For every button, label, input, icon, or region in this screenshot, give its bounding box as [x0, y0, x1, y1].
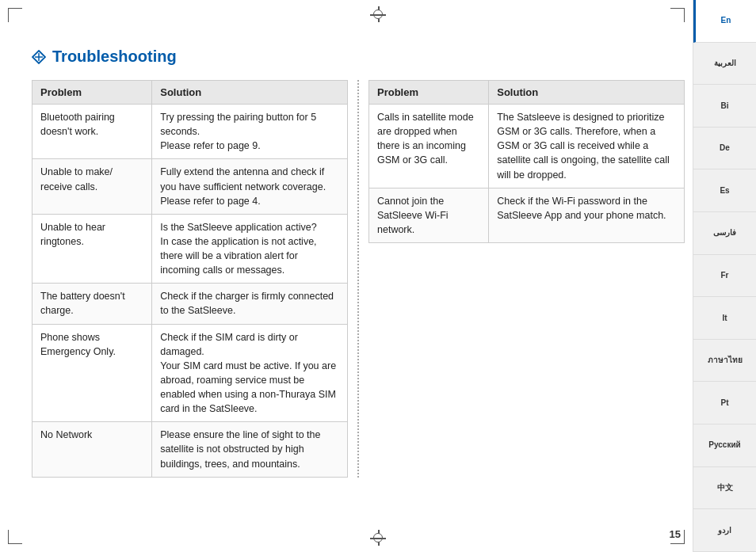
table-row: The battery doesn't charge.Check if the … [32, 284, 348, 324]
table-row: Phone shows Emergency Only.Check if the … [32, 324, 348, 422]
lang-tab-en[interactable]: En [693, 0, 756, 43]
lang-tab-de[interactable]: De [693, 128, 756, 170]
left-table-problem-header: Problem [32, 81, 152, 105]
solution-cell: Please ensure the line of sight to the s… [152, 422, 348, 477]
lang-tab-bi[interactable]: Bi [693, 85, 756, 128]
table-row: Calls in satellite mode are dropped when… [369, 105, 685, 188]
problem-cell: Unable to hear ringtones. [32, 214, 152, 284]
solution-cell: Fully extend the antenna and check if yo… [152, 159, 348, 214]
table-row: Cannot join the SatSleeve Wi-Fi network.… [369, 188, 685, 242]
problem-cell: The battery doesn't charge. [32, 284, 152, 324]
solution-cell: Try pressing the pairing button for 5 se… [152, 105, 348, 159]
corner-mark-bl [8, 530, 22, 544]
lang-tab-中文[interactable]: 中文 [693, 467, 756, 510]
section-divider [357, 80, 359, 478]
left-table-section: Problem Solution Bluetooth pairing doesn… [32, 80, 348, 478]
page-title: Troubleshooting [52, 48, 177, 66]
lang-tab-русский[interactable]: Русский [693, 424, 756, 467]
lang-tab-fr[interactable]: Fr [693, 255, 756, 298]
crosshair-top [370, 6, 386, 22]
corner-mark-tr [670, 8, 685, 22]
language-sidebar: EnالعربيةBiDeEsفارسیFrItภาษาไทยPtРусский… [693, 0, 756, 552]
corner-mark-tl [8, 8, 22, 22]
table-row: Bluetooth pairing doesn't work.Try press… [32, 105, 348, 159]
troubleshooting-icon [32, 50, 46, 64]
problem-cell: Phone shows Emergency Only. [32, 324, 152, 422]
lang-tab-العربية[interactable]: العربية [693, 43, 756, 86]
right-table-solution-header: Solution [489, 81, 685, 105]
crosshair-bottom [370, 530, 386, 546]
lang-tab-فارسی[interactable]: فارسی [693, 212, 756, 255]
tables-row: Problem Solution Bluetooth pairing doesn… [32, 80, 685, 478]
right-table: Problem Solution Calls in satellite mode… [368, 80, 685, 243]
lang-tab-es[interactable]: Es [693, 169, 756, 212]
main-content: Troubleshooting Problem Solution Bluetoo… [32, 48, 685, 520]
problem-cell: No Network [32, 422, 152, 477]
page-number: 15 [670, 528, 681, 540]
table-row: Unable to make/ receive calls.Fully exte… [32, 159, 348, 214]
solution-cell: Is the SatSleeve application active?In c… [152, 214, 348, 284]
lang-tab-ภาษาไทย[interactable]: ภาษาไทย [693, 340, 756, 383]
page-container: EnالعربيةBiDeEsفارسیFrItภาษาไทยPtРусский… [0, 0, 756, 552]
problem-cell: Cannot join the SatSleeve Wi-Fi network. [369, 188, 489, 242]
solution-cell: Check if the charger is firmly connected… [152, 284, 348, 324]
solution-cell: Check if the SIM card is dirty or damage… [152, 324, 348, 422]
problem-cell: Bluetooth pairing doesn't work. [32, 105, 152, 159]
table-row: Unable to hear ringtones.Is the SatSleev… [32, 214, 348, 284]
table-row: No NetworkPlease ensure the line of sigh… [32, 422, 348, 477]
right-table-problem-header: Problem [369, 81, 489, 105]
left-table: Problem Solution Bluetooth pairing doesn… [32, 80, 348, 478]
lang-tab-pt[interactable]: Pt [693, 382, 756, 424]
solution-cell: The Satsleeve is designed to prioritize … [489, 105, 685, 188]
right-table-section: Problem Solution Calls in satellite mode… [368, 80, 685, 243]
problem-cell: Unable to make/ receive calls. [32, 159, 152, 214]
title-row: Troubleshooting [32, 48, 685, 66]
solution-cell: Check if the Wi-Fi password in the SatSl… [489, 188, 685, 242]
problem-cell: Calls in satellite mode are dropped when… [369, 105, 489, 188]
left-table-solution-header: Solution [152, 81, 348, 105]
lang-tab-اردو[interactable]: اردو [693, 509, 756, 552]
lang-tab-it[interactable]: It [693, 297, 756, 340]
